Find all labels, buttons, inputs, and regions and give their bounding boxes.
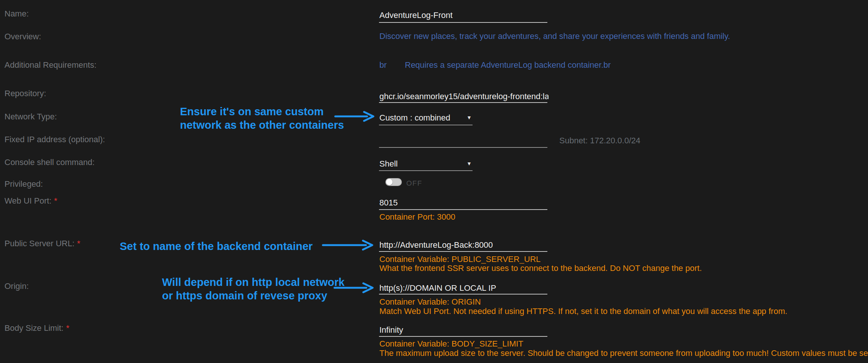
web-ui-port-label: Web UI Port:* <box>4 196 57 206</box>
toggle-knob <box>386 179 392 185</box>
origin-label: Origin: <box>4 281 29 291</box>
origin-note1: Container Variable: ORIGIN <box>379 297 481 307</box>
web-ui-port-underline <box>379 209 547 210</box>
origin-input[interactable]: http(s)://DOMAIN OR LOCAL IP <box>379 283 496 293</box>
subnet-note: Subnet: 172.20.0.0/24 <box>559 136 641 146</box>
fixed-ip-input[interactable] <box>379 147 547 148</box>
name-label: Name: <box>4 9 29 19</box>
origin-underline <box>379 294 547 295</box>
container-settings-form: Name: Overview: Additional Requirements:… <box>0 0 868 363</box>
annotation-origin: Will depend if on http local network or … <box>162 275 345 302</box>
name-input[interactable]: AdventureLog-Front <box>379 10 453 20</box>
public-server-url-note2: What the frontend SSR server uses to con… <box>379 263 702 273</box>
overview-label: Overview: <box>4 32 41 42</box>
fixed-ip-label: Fixed IP address (optional): <box>4 135 105 144</box>
public-server-url-input[interactable]: http://AdventureLog-Back:8000 <box>379 240 493 250</box>
privileged-toggle[interactable] <box>385 178 402 186</box>
repository-input-underline <box>379 102 547 103</box>
additional-requirements-label: Additional Requirements: <box>4 60 97 70</box>
annotation-arrow-icon <box>333 281 375 294</box>
body-size-limit-underline <box>379 336 547 337</box>
additional-requirements-text: Requires a separate AdventureLog backend… <box>405 60 611 70</box>
dropdown-arrow-icon[interactable]: ▼ <box>467 115 472 121</box>
origin-note2: Match Web UI Port. Not needed if using H… <box>379 306 787 316</box>
overview-text: Discover new places, track your adventur… <box>379 31 730 41</box>
network-type-select[interactable]: Custom : combined <box>379 113 450 123</box>
privileged-label: Privileged: <box>4 179 43 189</box>
console-shell-label: Console shell command: <box>4 158 95 167</box>
network-type-label: Network Type: <box>4 112 57 122</box>
body-size-limit-label: Body Size Limit:* <box>4 323 69 333</box>
name-input-underline <box>379 22 547 23</box>
public-server-url-label: Public Server URL:* <box>4 239 80 248</box>
body-size-limit-note2: The maximum upload size to the server. S… <box>379 348 868 358</box>
body-size-limit-note1: Container Variable: BODY_SIZE_LIMIT <box>379 339 523 349</box>
required-asterisk: * <box>66 323 70 333</box>
public-server-url-underline <box>379 251 547 252</box>
required-asterisk: * <box>77 239 80 248</box>
repository-input[interactable]: ghcr.io/seanmorley15/adventurelog-fronte… <box>379 92 548 101</box>
body-size-limit-input[interactable]: Infinity <box>379 325 403 335</box>
privileged-toggle-state: OFF <box>406 179 422 187</box>
console-shell-select-underline <box>379 170 473 171</box>
annotation-public-server: Set to name of the backend container <box>120 240 313 253</box>
web-ui-port-note: Container Port: 3000 <box>379 212 455 222</box>
console-shell-select[interactable]: Shell <box>379 159 398 169</box>
repository-label: Repository: <box>4 89 46 98</box>
annotation-arrow-icon <box>334 110 376 123</box>
web-ui-port-input[interactable]: 8015 <box>379 198 398 208</box>
annotation-arrow-icon <box>322 239 375 251</box>
dropdown-arrow-icon[interactable]: ▼ <box>467 161 472 167</box>
annotation-network: Ensure it's on same custom network as th… <box>180 105 344 132</box>
required-asterisk: * <box>54 196 58 205</box>
public-server-url-note1: Container Variable: PUBLIC_SERVER_URL <box>379 254 541 264</box>
additional-requirements-prefix: br <box>379 60 387 70</box>
network-type-select-underline <box>379 125 473 125</box>
